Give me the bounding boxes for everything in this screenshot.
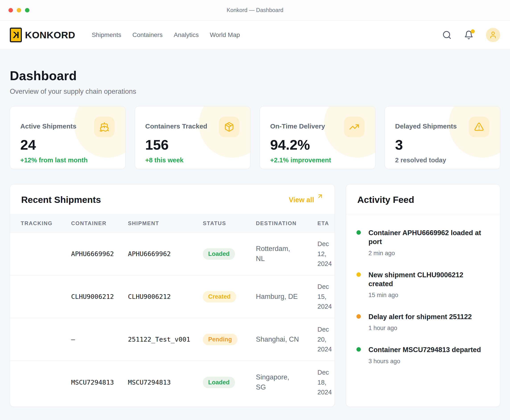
stat-value: 24 (20, 137, 115, 153)
window-titlebar: Konkord — Dashboard (0, 0, 510, 21)
stat-delta: +2.1% improvement (270, 157, 365, 164)
brand-name: KONKORD (25, 30, 75, 41)
activity-status-dot (356, 272, 361, 277)
brand-logo[interactable]: K KONKORD (10, 28, 75, 42)
stat-card-active-shipments: Active Shipments 24 +12% from last month (10, 106, 125, 169)
stat-value: 3 (395, 137, 490, 153)
arrow-up-right-icon (317, 193, 324, 200)
activity-status-dot (356, 314, 361, 319)
recent-shipments-title: Recent Shipments (21, 195, 101, 205)
activity-time: 1 hour ago (369, 325, 472, 332)
activity-item: New shipment CLHU9006212 created 15 min … (356, 270, 490, 299)
traffic-lights (8, 8, 30, 13)
stat-delta: 2 resolved today (395, 157, 490, 164)
main-row: Recent Shipments View all TRACKING CONTA… (10, 184, 500, 407)
column-header-shipment: SHIPMENT (128, 220, 203, 226)
page-subtitle: Overview of your supply chain operations (10, 88, 500, 96)
recent-shipments-header: Recent Shipments View all (10, 184, 335, 214)
activity-feed-header: Activity Feed (346, 184, 500, 214)
activity-item: Delay alert for shipment 251122 1 hour a… (356, 312, 490, 332)
destination-cell: Hamburg, DE (256, 292, 301, 302)
activity-text: Container MSCU7294813 departed (369, 345, 481, 354)
stat-card-on-time-delivery: On-Time Delivery 94.2% +2.1% improvement (260, 106, 375, 169)
stat-delta: +12% from last month (20, 157, 115, 164)
activity-feed-card: Activity Feed Container APHU6669962 load… (346, 184, 500, 407)
view-all-button[interactable]: View all (289, 196, 324, 204)
stat-value: 156 (145, 137, 240, 153)
activity-text: New shipment CLHU9006212 created (369, 270, 490, 289)
activity-item: Container MSCU7294813 departed 3 hours a… (356, 345, 490, 365)
container-id: CLHU9006212 (71, 293, 128, 300)
search-button[interactable] (442, 30, 452, 40)
destination-cell: Rotterdam, NL (256, 244, 301, 264)
nav-item-analytics[interactable]: Analytics (174, 31, 199, 38)
minimize-window-button[interactable] (17, 8, 21, 13)
container-id: – (71, 336, 128, 343)
stats-row: Active Shipments 24 +12% from last month… (10, 106, 500, 169)
table-row[interactable]: – 251122_Test_v001 Pending Shanghai, CN … (10, 318, 335, 361)
table-row[interactable]: APHU6669962 APHU6669962 Loaded Rotterdam… (10, 233, 335, 276)
recent-shipments-card: Recent Shipments View all TRACKING CONTA… (10, 184, 335, 407)
shipment-id: CLHU9006212 (128, 293, 203, 300)
logo-mark-icon: K (10, 28, 22, 42)
app-header: K KONKORD Shipments Containers Analytics… (0, 21, 510, 50)
column-header-status: STATUS (203, 220, 256, 226)
eta-cell: Dec 18, 2024 (317, 368, 335, 398)
status-badge: Loaded (203, 248, 235, 260)
table-row[interactable]: MSCU7294813 MSCU7294813 Loaded Singapore… (10, 361, 335, 404)
column-header-eta: ETA (317, 220, 335, 226)
status-badge: Created (203, 291, 236, 302)
stat-value: 94.2% (270, 137, 365, 153)
stat-label: Delayed Shipments (395, 122, 490, 130)
shipment-id: 251122_Test_v001 (128, 336, 203, 343)
activity-text: Delay alert for shipment 251122 (369, 312, 472, 321)
column-header-container: CONTAINER (71, 220, 128, 226)
nav-item-containers[interactable]: Containers (132, 31, 162, 38)
column-header-tracking: TRACKING (21, 220, 71, 226)
search-icon (442, 30, 452, 40)
shipments-table-header: TRACKING CONTAINER SHIPMENT STATUS DESTI… (10, 214, 335, 233)
stat-card-delayed-shipments: Delayed Shipments 3 2 resolved today (385, 106, 500, 169)
stat-label: On-Time Delivery (270, 122, 365, 130)
shipment-id: MSCU7294813 (128, 379, 203, 386)
activity-item: Container APHU6669962 loaded at port 2 m… (356, 228, 490, 257)
column-header-destination: DESTINATION (256, 220, 317, 226)
window-title: Konkord — Dashboard (227, 7, 283, 13)
destination-cell: Shanghai, CN (256, 335, 301, 345)
eta-cell: Dec 20, 2024 (317, 324, 335, 354)
nav-item-shipments[interactable]: Shipments (92, 31, 121, 38)
nav-item-world-map[interactable]: World Map (210, 31, 240, 38)
stat-delta: +8 this week (145, 157, 240, 164)
page-content: Dashboard Overview of your supply chain … (0, 50, 510, 407)
activity-feed-title: Activity Feed (357, 195, 414, 205)
eta-cell: Dec 12, 2024 (317, 239, 335, 269)
shipment-id: APHU6669962 (128, 250, 203, 258)
activity-time: 15 min ago (369, 292, 490, 299)
maximize-window-button[interactable] (25, 8, 30, 13)
logo-letter: K (13, 30, 19, 39)
user-icon (489, 31, 497, 39)
container-id: APHU6669962 (71, 250, 128, 258)
table-row[interactable]: CLHU9006212 CLHU9006212 Created Hamburg,… (10, 276, 335, 318)
notifications-button[interactable] (464, 30, 473, 40)
activity-time: 2 min ago (369, 250, 490, 257)
header-actions (442, 28, 500, 42)
activity-time: 3 hours ago (369, 358, 481, 365)
view-all-label: View all (289, 196, 314, 204)
main-nav: Shipments Containers Analytics World Map (92, 31, 240, 38)
container-id: MSCU7294813 (71, 379, 128, 386)
activity-status-dot (356, 347, 361, 352)
destination-cell: Singapore, SG (256, 372, 301, 392)
activity-feed-items: Container APHU6669962 loaded at port 2 m… (346, 214, 500, 365)
eta-cell: Dec 15, 2024 (317, 282, 335, 312)
user-avatar[interactable] (486, 28, 500, 42)
page-title: Dashboard (10, 68, 500, 83)
stat-label: Active Shipments (20, 122, 115, 130)
notification-unread-dot (471, 30, 475, 33)
stat-card-containers-tracked: Containers Tracked 156 +8 this week (135, 106, 251, 169)
activity-status-dot (356, 230, 361, 235)
stat-label: Containers Tracked (145, 122, 240, 130)
status-badge: Pending (203, 334, 237, 345)
activity-text: Container APHU6669962 loaded at port (369, 228, 490, 247)
close-window-button[interactable] (8, 8, 13, 13)
